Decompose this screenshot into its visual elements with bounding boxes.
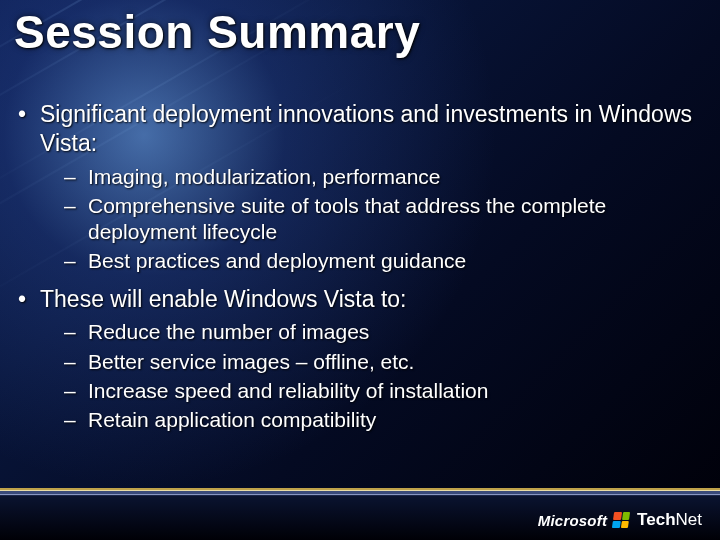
sub-bullet-item: Better service images – offline, etc.: [64, 349, 700, 375]
slide-title: Session Summary: [14, 5, 420, 59]
logo-brand-bold: Tech: [637, 510, 675, 529]
sub-bullet-item: Imaging, modularization, performance: [64, 164, 700, 190]
sub-bullet-item: Increase speed and reliability of instal…: [64, 378, 700, 404]
bullet-text: These will enable Windows Vista to:: [40, 286, 406, 312]
sub-bullet-item: Comprehensive suite of tools that addres…: [64, 193, 700, 246]
slide-body: Significant deployment innovations and i…: [14, 100, 700, 443]
sub-bullet-item: Best practices and deployment guidance: [64, 248, 700, 274]
sub-bullet-item: Retain application compatibility: [64, 407, 700, 433]
technet-logo: Microsoft TechNet: [538, 510, 702, 530]
logo-brand-light: Net: [676, 510, 702, 529]
footer-stripe: [0, 488, 720, 496]
bullet-item: These will enable Windows Vista to: Redu…: [14, 285, 700, 434]
sub-bullet-item: Reduce the number of images: [64, 319, 700, 345]
logo-brand: TechNet: [637, 510, 702, 530]
bullet-text: Significant deployment innovations and i…: [40, 101, 692, 156]
slide: Session Summary Significant deployment i…: [0, 0, 720, 540]
windows-flag-icon: [612, 512, 630, 528]
bullet-item: Significant deployment innovations and i…: [14, 100, 700, 275]
logo-company: Microsoft: [538, 512, 607, 529]
